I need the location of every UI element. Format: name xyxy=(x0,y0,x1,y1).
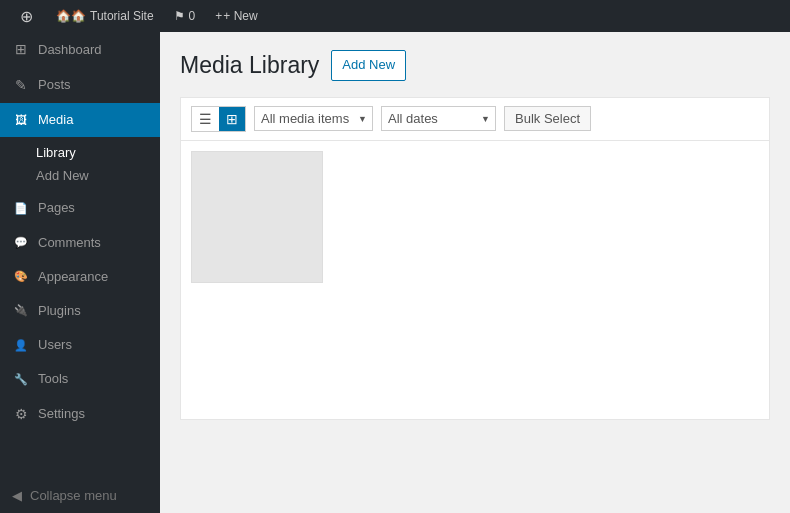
collapse-icon: ◀ xyxy=(12,488,22,503)
media-toolbar: ☰ ⊞ All media items Images Audio Video D… xyxy=(180,97,770,140)
sidebar-sub-add-new[interactable]: Add New xyxy=(0,164,160,187)
sidebar-label-media: Media xyxy=(38,111,73,129)
sidebar-sub-library[interactable]: Library xyxy=(0,141,160,164)
sidebar-label-dashboard: Dashboard xyxy=(38,41,102,59)
new-label: + New xyxy=(223,9,257,23)
posts-icon: ✎ xyxy=(12,76,30,96)
date-filter-select[interactable]: All dates January 2024 February 2024 xyxy=(381,106,496,131)
site-name-label: Tutorial Site xyxy=(90,9,154,23)
collapse-menu[interactable]: ◀ Collapse menu xyxy=(0,478,160,513)
new-content-item[interactable]: + + New xyxy=(207,0,265,32)
grid-view-icon: ⊞ xyxy=(226,111,238,127)
sidebar: ⊞ Dashboard ✎ Posts 🖼 Media Library Add … xyxy=(0,32,160,513)
add-new-button[interactable]: Add New xyxy=(331,50,406,81)
media-sub-menu: Library Add New xyxy=(0,137,160,191)
bulk-select-button[interactable]: Bulk Select xyxy=(504,106,591,131)
plugins-icon: 🔌 xyxy=(12,303,30,318)
comment-icon: ⚑ xyxy=(174,9,185,23)
list-view-button[interactable]: ☰ xyxy=(192,107,219,131)
appearance-icon: 🎨 xyxy=(12,269,30,284)
sidebar-item-settings[interactable]: ⚙ Settings xyxy=(0,397,160,433)
list-view-icon: ☰ xyxy=(199,111,212,127)
page-title: Media Library xyxy=(180,52,319,79)
content-area: Media Library Add New ☰ ⊞ All media item… xyxy=(160,32,790,513)
site-name-item[interactable]: 🏠 Tutorial Site xyxy=(48,0,162,32)
sidebar-item-plugins[interactable]: 🔌 Plugins xyxy=(0,294,160,328)
plus-icon: + xyxy=(215,9,222,23)
wp-logo[interactable] xyxy=(8,0,44,32)
sidebar-item-users[interactable]: 👤 Users xyxy=(0,328,160,362)
users-icon: 👤 xyxy=(12,338,30,353)
sidebar-item-dashboard[interactable]: ⊞ Dashboard xyxy=(0,32,160,68)
main-layout: ⊞ Dashboard ✎ Posts 🖼 Media Library Add … xyxy=(0,32,790,513)
sidebar-label-comments: Comments xyxy=(38,234,101,252)
sidebar-label-tools: Tools xyxy=(38,370,68,388)
sidebar-item-pages[interactable]: 📄 Pages xyxy=(0,191,160,225)
sidebar-label-users: Users xyxy=(38,336,72,354)
media-icon: 🖼 xyxy=(12,112,30,129)
sidebar-item-comments[interactable]: 💬 Comments xyxy=(0,226,160,260)
sidebar-item-media[interactable]: 🖼 Media xyxy=(0,103,160,137)
sidebar-label-posts: Posts xyxy=(38,76,71,94)
date-filter-wrapper: All dates January 2024 February 2024 xyxy=(381,106,496,131)
comment-count: 0 xyxy=(189,9,196,23)
dashboard-icon: ⊞ xyxy=(12,40,30,60)
media-filter-select[interactable]: All media items Images Audio Video Docum… xyxy=(254,106,373,131)
home-icon: 🏠 xyxy=(56,9,86,23)
grid-view-button[interactable]: ⊞ xyxy=(219,107,245,131)
pages-icon: 📄 xyxy=(12,201,30,216)
sidebar-label-appearance: Appearance xyxy=(38,268,108,286)
sidebar-item-posts[interactable]: ✎ Posts xyxy=(0,68,160,104)
view-toggle: ☰ ⊞ xyxy=(191,106,246,132)
collapse-label: Collapse menu xyxy=(30,488,117,503)
sidebar-label-settings: Settings xyxy=(38,405,85,423)
tools-icon: 🔧 xyxy=(12,372,30,387)
settings-icon: ⚙ xyxy=(12,405,30,425)
comments-icon: 💬 xyxy=(12,235,30,250)
media-filter-wrapper: All media items Images Audio Video Docum… xyxy=(254,106,373,131)
media-item[interactable] xyxy=(191,151,323,283)
page-header: Media Library Add New xyxy=(180,50,770,81)
media-grid xyxy=(180,140,770,420)
sidebar-label-plugins: Plugins xyxy=(38,302,81,320)
wp-icon xyxy=(16,6,36,26)
sidebar-item-appearance[interactable]: 🎨 Appearance xyxy=(0,260,160,294)
sidebar-item-tools[interactable]: 🔧 Tools xyxy=(0,362,160,396)
comments-item[interactable]: ⚑ 0 xyxy=(166,0,204,32)
sidebar-label-pages: Pages xyxy=(38,199,75,217)
admin-bar: 🏠 Tutorial Site ⚑ 0 + + New xyxy=(0,0,790,32)
